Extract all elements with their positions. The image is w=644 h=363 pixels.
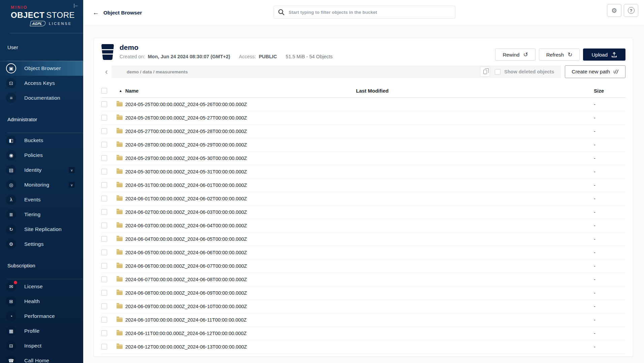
table-row[interactable]: 2024-06-06T00:00:00.000Z_2024-06-07T00:0… [101, 259, 625, 273]
row-checkbox[interactable] [101, 115, 107, 121]
section-title-subscription: Subscription [0, 262, 83, 269]
sidebar-item-buckets[interactable]: ◧ Buckets ∨ [0, 133, 83, 148]
sidebar-section-administrator: Administrator ◧ Buckets ∨ ◉ Policies [0, 116, 83, 252]
sidebar-item-object-browser[interactable]: ▣ Object Browser ∨ [0, 61, 83, 76]
sidebar-item-call-home[interactable]: ☎ Call Home ∨ [0, 353, 83, 363]
sidebar-item-identity[interactable]: ▤ Identity ∨ [0, 163, 83, 177]
row-checkbox[interactable] [101, 344, 107, 350]
performance-icon: ◔ [10, 314, 12, 319]
table-row[interactable]: 2024-05-28T00:00:00.000Z_2024-05-29T00:0… [101, 138, 625, 152]
row-checkbox[interactable] [101, 250, 107, 255]
search-input[interactable] [273, 6, 455, 19]
row-checkbox[interactable] [101, 128, 107, 134]
rewind-button[interactable]: Rewind ↺ [495, 48, 535, 61]
row-checkbox[interactable] [101, 330, 107, 336]
table-row[interactable]: 2024-05-29T00:00:00.000Z_2024-05-30T00:0… [101, 152, 625, 165]
upload-button[interactable]: Upload [583, 48, 625, 61]
table-row[interactable]: 2024-05-30T00:00:00.000Z_2024-05-31T00:0… [101, 165, 625, 178]
table-row[interactable]: 2024-06-01T00:00:00.000Z_2024-06-02T00:0… [101, 192, 625, 205]
folder-icon [117, 264, 123, 268]
sidebar-item-profile[interactable]: ▦ Profile ∨ [0, 324, 83, 338]
object-size: - [588, 156, 625, 161]
row-checkbox[interactable] [101, 263, 107, 269]
refresh-icon: ↻ [568, 51, 572, 58]
sidebar-item-settings[interactable]: ⚙ Settings ∨ [0, 237, 83, 252]
table-row[interactable]: 2024-05-25T00:00:00.000Z_2024-05-26T00:0… [101, 98, 625, 111]
sidebar-item-inspect[interactable]: ⊟ Inspect ∨ [0, 338, 83, 353]
breadcrumb[interactable]: demo / data / measurements [127, 69, 480, 74]
sidebar-item-monitoring[interactable]: ◎ Monitoring ∨ [0, 177, 83, 192]
access-value[interactable]: PUBLIC [259, 54, 277, 59]
row-checkbox[interactable] [101, 142, 107, 147]
table-row[interactable]: 2024-06-05T00:00:00.000Z_2024-06-06T00:0… [101, 246, 625, 259]
table-row[interactable]: 2024-06-11T00:00:00.000Z_2024-06-12T00:0… [101, 327, 625, 340]
object-size: - [588, 250, 625, 255]
license-label: LICENSE [49, 22, 72, 26]
table-row[interactable]: 2024-05-26T00:00:00.000Z_2024-05-27T00:0… [101, 111, 625, 125]
select-all-checkbox[interactable] [101, 88, 107, 94]
column-header-size: Size [588, 88, 625, 94]
table-row[interactable]: 2024-06-09T00:00:00.000Z_2024-06-10T00:0… [101, 300, 625, 313]
table-row[interactable]: 2024-06-10T00:00:00.000Z_2024-06-11T00:0… [101, 313, 625, 327]
row-checkbox[interactable] [101, 303, 107, 309]
sort-ascending-icon: ▲ [119, 89, 122, 93]
column-header-name[interactable]: ▲ Name [117, 88, 349, 94]
object-size: - [588, 223, 625, 228]
chevron-down-icon[interactable]: ∨ [69, 167, 75, 173]
column-header-last-modified: Last Modified [349, 88, 588, 94]
sidebar-item-label: Health [24, 298, 40, 304]
sidebar-item-license[interactable]: ✉ License ∨ [0, 279, 83, 294]
row-checkbox[interactable] [101, 236, 107, 242]
object-name: 2024-05-27T00:00:00.000Z_2024-05-28T00:0… [125, 129, 247, 134]
sidebar-item-tiering[interactable]: ≣ Tiering ∨ [0, 207, 83, 222]
folder-icon [117, 331, 123, 335]
object-name: 2024-06-03T00:00:00.000Z_2024-06-04T00:0… [125, 223, 247, 228]
collapse-sidebar-icon[interactable]: |← [74, 3, 78, 8]
identity-icon: ▤ [9, 168, 13, 172]
access-label: Access: [239, 54, 256, 59]
sidebar-item-events[interactable]: λ Events ∨ [0, 192, 83, 207]
sidebar-item-label: Identity [24, 167, 42, 173]
sidebar-item-label: License [24, 284, 43, 290]
main-area: ← Object Browser ⚙ ? demo [83, 0, 644, 363]
path-back-chevron-icon[interactable]: ‹ [101, 66, 111, 78]
row-checkbox[interactable] [101, 276, 107, 282]
table-row[interactable]: 2024-06-08T00:00:00.000Z_2024-06-09T00:0… [101, 286, 625, 300]
row-checkbox[interactable] [101, 209, 107, 215]
back-arrow-icon[interactable]: ← [93, 9, 99, 16]
sidebar-item-performance[interactable]: ◔ Performance ∨ [0, 309, 83, 324]
row-checkbox[interactable] [101, 182, 107, 188]
settings-button[interactable]: ⚙ [607, 4, 621, 17]
row-checkbox[interactable] [101, 101, 107, 107]
folder-icon [117, 304, 123, 308]
row-checkbox[interactable] [101, 223, 107, 228]
help-button[interactable]: ? [624, 4, 638, 17]
table-row[interactable]: 2024-06-03T00:00:00.000Z_2024-06-04T00:0… [101, 219, 625, 232]
health-icon: ⊞ [9, 299, 13, 304]
table-row[interactable]: 2024-06-12T00:00:00.000Z_2024-06-13T00:0… [101, 340, 625, 354]
row-checkbox[interactable] [101, 317, 107, 323]
table-row[interactable]: 2024-06-04T00:00:00.000Z_2024-06-05T00:0… [101, 232, 625, 246]
sidebar-item-health[interactable]: ⊞ Health ∨ [0, 294, 83, 309]
table-row[interactable]: 2024-05-31T00:00:00.000Z_2024-06-01T00:0… [101, 178, 625, 192]
show-deleted-checkbox[interactable] [495, 69, 501, 75]
folder-icon [117, 129, 123, 133]
sidebar-item-documentation[interactable]: ≡ Documentation ∨ [0, 91, 83, 105]
sidebar-item-site-replication[interactable]: ↻ Site Replication ∨ [0, 222, 83, 237]
row-checkbox[interactable] [101, 155, 107, 161]
sidebar-item-label: Settings [24, 241, 44, 247]
copy-path-button[interactable] [480, 67, 490, 77]
chevron-down-icon[interactable]: ∨ [69, 182, 75, 188]
refresh-button[interactable]: Refresh ↻ [539, 48, 580, 61]
sidebar-item-access-keys[interactable]: ⊡ Access Keys ∨ [0, 76, 83, 91]
copy-icon [483, 70, 487, 74]
row-checkbox[interactable] [101, 169, 107, 174]
row-checkbox[interactable] [101, 290, 107, 296]
sidebar-item-policies[interactable]: ◉ Policies ∨ [0, 148, 83, 163]
row-checkbox[interactable] [101, 196, 107, 201]
table-row[interactable]: 2024-06-02T00:00:00.000Z_2024-06-03T00:0… [101, 205, 625, 219]
create-new-path-button[interactable]: Create new path [565, 65, 625, 78]
table-row[interactable]: 2024-05-27T00:00:00.000Z_2024-05-28T00:0… [101, 125, 625, 138]
table-row[interactable]: 2024-06-07T00:00:00.000Z_2024-06-08T00:0… [101, 273, 625, 286]
object-size: - [588, 169, 625, 174]
